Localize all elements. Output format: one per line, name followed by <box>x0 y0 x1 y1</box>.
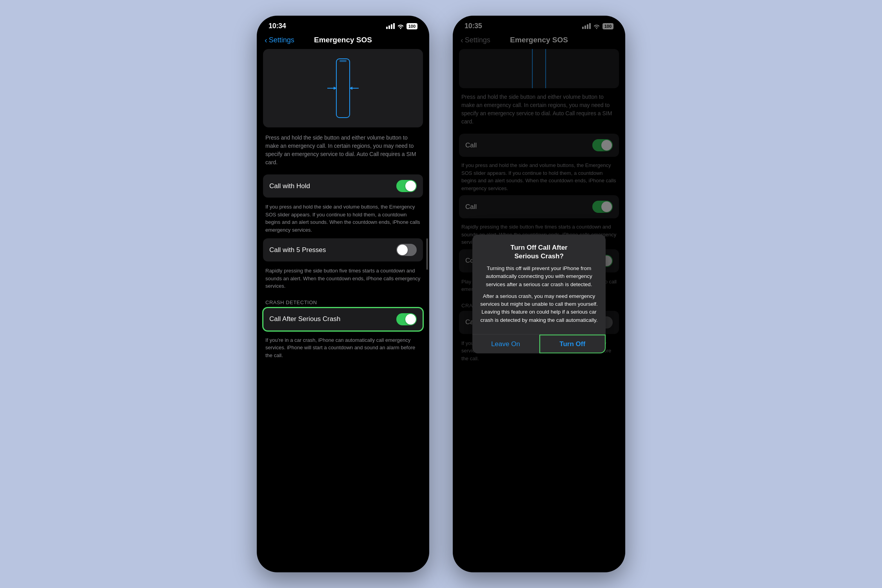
alert-message-2: After a serious crash, you may need emer… <box>480 292 598 324</box>
call-5-presses-row: Call with 5 Presses <box>263 238 423 261</box>
time-left: 10:34 <box>269 22 286 30</box>
call-with-hold-group: Call with Hold <box>263 174 423 198</box>
call-after-crash-toggle-left[interactable] <box>396 313 417 325</box>
call-with-hold-toggle[interactable] <box>396 180 417 192</box>
signal-icon <box>386 23 395 29</box>
call-after-crash-row-left: Call After Serious Crash <box>263 308 423 331</box>
phone-right: Turn Off Call AfterSerious Crash? Turnin… <box>453 16 625 572</box>
call-5-presses-label: Call with 5 Presses <box>269 246 326 254</box>
scroll-indicator-left <box>426 238 428 270</box>
call-with-hold-label: Call with Hold <box>269 182 310 190</box>
phone-illustration <box>263 49 423 127</box>
phones-container: 10:34 100 ‹ Settings Emergency SOS <box>241 0 641 588</box>
battery-icon: 100 <box>407 23 417 29</box>
crash-detection-group-left: Call After Serious Crash <box>263 308 423 331</box>
alert-content: Turn Off Call AfterSerious Crash? Turnin… <box>472 235 606 334</box>
alert-message-1: Turning this off will prevent your iPhon… <box>480 265 598 289</box>
alert-dialog: Turn Off Call AfterSerious Crash? Turnin… <box>472 235 606 354</box>
svg-rect-4 <box>336 59 350 118</box>
alert-buttons: Leave On Turn Off <box>472 334 606 353</box>
svg-rect-5 <box>339 60 347 62</box>
chevron-left-icon: ‹ <box>265 36 267 45</box>
call-with-hold-row: Call with Hold <box>263 174 423 198</box>
call-5-presses-desc: Rapidly pressing the side button five ti… <box>263 265 423 295</box>
status-icons-left: 100 <box>386 23 417 29</box>
back-button-left[interactable]: ‹ Settings <box>265 36 294 45</box>
scroll-content-left[interactable]: Press and hold the side button and eithe… <box>257 49 429 572</box>
leave-on-button[interactable]: Leave On <box>472 334 539 353</box>
call-after-crash-label-left: Call After Serious Crash <box>269 315 340 323</box>
phone-left: 10:34 100 ‹ Settings Emergency SOS <box>257 16 429 572</box>
alert-title: Turn Off Call AfterSerious Crash? <box>480 243 598 261</box>
description-left: Press and hold the side button and eithe… <box>263 134 423 167</box>
turn-off-button[interactable]: Turn Off <box>539 334 606 353</box>
nav-title-left: Emergency SOS <box>314 36 372 44</box>
back-label-left: Settings <box>269 36 294 44</box>
nav-bar-left: ‹ Settings Emergency SOS <box>257 33 429 49</box>
status-bar-left: 10:34 100 <box>257 16 429 33</box>
call-5-presses-toggle[interactable] <box>396 244 417 256</box>
call-5-presses-group: Call with 5 Presses <box>263 238 423 261</box>
call-with-hold-desc: If you press and hold the side and volum… <box>263 201 423 238</box>
wifi-icon <box>397 24 404 29</box>
crash-desc-left: If you're in a car crash, iPhone can aut… <box>263 334 423 364</box>
crash-detection-label-left: CRASH DETECTION <box>263 295 423 308</box>
